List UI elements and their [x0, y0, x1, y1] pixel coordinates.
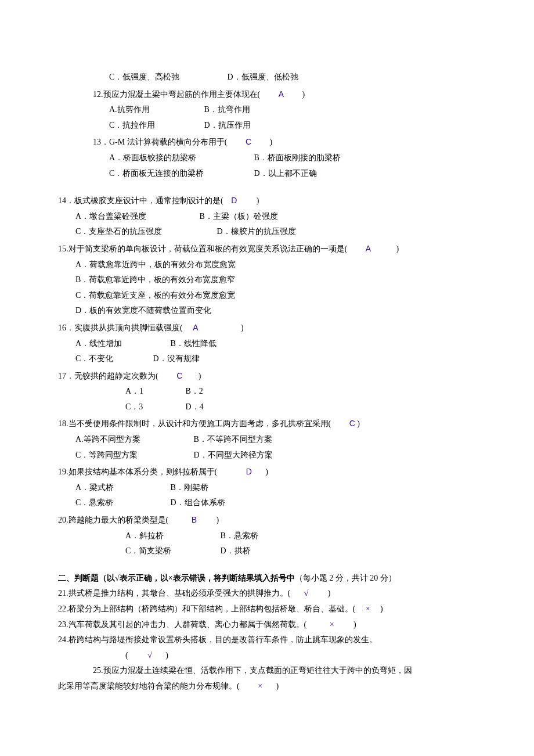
- option-row: A．斜拉桥 B．悬索桥: [58, 528, 476, 544]
- tf-pre: 23.汽车荷载及其引起的冲击力、人群荷载、离心力都属于偶然荷载。(: [58, 620, 306, 629]
- tf-post: ): [328, 589, 331, 597]
- tf-pre: 22.桥梁分为上部结构（桥跨结构）和下部结构，上部结构包括桥墩、桥台、基础。(: [58, 604, 355, 613]
- stem-post: ): [217, 516, 219, 524]
- tf-pre: 21.拱式桥是推力结构，其墩台、基础必须承受强大的拱脚推力。(: [58, 589, 290, 597]
- option-d: D．没有规律: [153, 354, 200, 363]
- option-row: C．低强度、高松弛 D．低强度、低松弛: [58, 70, 476, 85]
- stem-post: ): [396, 244, 399, 253]
- answer: A: [366, 244, 371, 253]
- option-row: C．悬索桥 D．组合体系桥: [58, 495, 476, 511]
- tf-line1: 25.预应力混凝土连续梁在恒、活载作用下，支点截面的正弯矩往往大于跨中的负弯矩，…: [58, 663, 476, 679]
- option-c: C．荷载愈靠近支座，板的有效分布宽度愈宽: [58, 288, 476, 304]
- option-d: D．4: [186, 402, 204, 411]
- section-2-heading: 二、判断题（以√表示正确，以×表示错误，将判断结果填入括号中（每小题 2 分，共…: [58, 571, 476, 586]
- question-stem: 16．实腹拱从拱顶向拱脚恒载强度( A ): [58, 320, 476, 336]
- stem-pre: 13．G-M 法计算荷载的横向分布用于(: [93, 138, 227, 146]
- option-row: A.等跨不同型方案 B．不等跨不同型方案: [58, 432, 476, 448]
- option-d: D．不同型大跨径方案: [194, 451, 273, 459]
- question-16: 16．实腹拱从拱顶向拱脚恒载强度( A ) A．线性增加 B．线性降低 C．不变…: [58, 320, 476, 367]
- stem-pre: 14．板式橡胶支座设计中，通常控制设计的是(: [58, 196, 223, 205]
- option-a: A．荷载愈靠近跨中，板的有效分布宽度愈宽: [58, 257, 476, 273]
- option-b: B．悬索桥: [221, 531, 258, 540]
- option-b: B．线性降低: [171, 339, 217, 348]
- option-c: C．不变化: [75, 351, 151, 367]
- option-row: C．抗拉作用 D．抗压作用: [58, 118, 476, 134]
- question-stem: 15.对于简支梁桥的单向板设计，荷载位置和板的有效宽度关系说法正确的一项是( A…: [58, 241, 476, 257]
- option-b: B．桥面板刚接的肋梁桥: [254, 153, 341, 162]
- answer: A: [279, 89, 284, 99]
- answer: C: [246, 137, 251, 146]
- stem-post: ): [357, 419, 360, 428]
- tf-post: ): [380, 604, 383, 613]
- option-d: D．低强度、低松弛: [228, 73, 298, 81]
- answer: √: [304, 589, 309, 597]
- tf-line2: 此采用等高度梁能较好地符合梁的能力分布规律。( × ): [58, 679, 476, 694]
- question-stem: 17．无铰拱的超静定次数为( C ): [58, 368, 476, 384]
- tf-23: 23.汽车荷载及其引起的冲击力、人群荷载、离心力都属于偶然荷载。( × ): [58, 617, 476, 633]
- answer: ×: [366, 604, 370, 613]
- paren-post: ): [165, 651, 168, 660]
- option-row: A．线性增加 B．线性降低: [58, 336, 476, 352]
- option-c: C．简支梁桥: [125, 543, 218, 559]
- tf-25: 25.预应力混凝土连续梁在恒、活载作用下，支点截面的正弯矩往往大于跨中的负弯矩，…: [58, 663, 476, 694]
- question-stem: 19.如果按结构基本体系分类，则斜拉桥属于( D ): [58, 464, 476, 480]
- question-11-options: C．低强度、高松弛 D．低强度、低松弛: [58, 70, 476, 85]
- question-stem: 13．G-M 法计算荷载的横向分布用于( C ): [58, 134, 476, 150]
- option-b: B．主梁（板）砼强度: [200, 212, 278, 221]
- section-title-bold: 二、判断题（以√表示正确，以×表示错误，将判断结果填入括号中: [58, 574, 295, 582]
- tf-21: 21.拱式桥是推力结构，其墩台、基础必须承受强大的拱脚推力。( √ ): [58, 586, 476, 602]
- option-a: A.等跨不同型方案: [75, 432, 192, 448]
- question-stem: 18.当不受使用条件限制时，从设计和方便施工两方面考虑，多孔拱桥宜采用( C ): [58, 416, 476, 432]
- option-a: A．斜拉桥: [125, 528, 218, 544]
- stem-pre: 17．无铰拱的超静定次数为(: [58, 372, 158, 380]
- option-row: A．1 B．2: [58, 384, 476, 399]
- stem-post: ): [265, 467, 268, 476]
- option-c: C．支座垫石的抗压强度: [75, 224, 215, 240]
- option-a: A．梁式桥: [75, 480, 168, 496]
- option-row: C．不变化 D．没有规律: [58, 351, 476, 367]
- option-d: D．橡胶片的抗压强度: [217, 227, 296, 236]
- option-d: D．板的有效宽度不随荷载位置而变化: [58, 303, 476, 319]
- option-b: B．荷载愈靠近跨中，板的有效分布宽度愈窄: [58, 272, 476, 288]
- stem-post: ): [199, 372, 201, 380]
- line2-post: ): [276, 682, 279, 690]
- answer: C: [176, 371, 182, 380]
- option-b: B．2: [186, 387, 203, 395]
- option-row: C．等跨同型方案 D．不同型大跨径方案: [58, 448, 476, 463]
- stem-post: ): [302, 90, 305, 99]
- option-d: D．以上都不正确: [254, 169, 317, 178]
- stem-pre: 20.跨越能力最大的桥梁类型是(: [58, 516, 168, 524]
- tf-post: ): [353, 620, 356, 629]
- tf-24: 24.桥跨结构与路堤衔接处常设置桥头搭板，目的是改善行车条件，防止跳车现象的发生…: [58, 632, 476, 663]
- question-19: 19.如果按结构基本体系分类，则斜拉桥属于( D ) A．梁式桥 B．刚架桥 C…: [58, 464, 476, 511]
- question-14: 14．板式橡胶支座设计中，通常控制设计的是( D ) A．墩台盖梁砼强度 B．主…: [58, 193, 476, 240]
- stem-post: ): [270, 138, 273, 146]
- option-a: A.抗剪作用: [109, 102, 202, 118]
- option-row: A．墩台盖梁砼强度 B．主梁（板）砼强度: [58, 209, 476, 225]
- option-row: C．简支梁桥 D．拱桥: [58, 543, 476, 559]
- option-a: A．墩台盖梁砼强度: [75, 209, 197, 225]
- answer: ×: [258, 682, 262, 690]
- paren-pre: (: [125, 651, 128, 660]
- option-b: B．刚架桥: [171, 483, 208, 492]
- question-stem: 12.预应力混凝土梁中弯起筋的作用主要体现在( A ): [58, 87, 476, 103]
- answer: B: [192, 515, 197, 524]
- option-row: A．梁式桥 B．刚架桥: [58, 480, 476, 496]
- answer: ×: [330, 620, 334, 629]
- answer: √: [147, 651, 152, 660]
- option-a: A．1: [125, 384, 183, 399]
- stem-pre: 15.对于简支梁桥的单向板设计，荷载位置和板的有效宽度关系说法正确的一项是(: [58, 244, 347, 253]
- option-d: D．拱桥: [221, 546, 251, 555]
- question-13: 13．G-M 法计算荷载的横向分布用于( C ) A．桥面板铰接的肋梁桥 B．桥…: [58, 134, 476, 181]
- option-c: C．等跨同型方案: [75, 448, 192, 463]
- question-20: 20.跨越能力最大的桥梁类型是( B ) A．斜拉桥 B．悬索桥 C．简支梁桥 …: [58, 512, 476, 559]
- tf-line1: 24.桥跨结构与路堤衔接处常设置桥头搭板，目的是改善行车条件，防止跳车现象的发生…: [58, 632, 476, 648]
- option-b: B．不等跨不同型方案: [194, 435, 272, 444]
- option-a: A．线性增加: [75, 336, 168, 352]
- question-stem: 14．板式橡胶支座设计中，通常控制设计的是( D ): [58, 193, 476, 209]
- option-c: C．桥面板无连接的肋梁桥: [109, 166, 252, 182]
- answer: A: [193, 323, 198, 332]
- option-a: A．桥面板铰接的肋梁桥: [109, 150, 252, 166]
- stem-post: ): [257, 196, 259, 205]
- option-row: A．桥面板铰接的肋梁桥 B．桥面板刚接的肋梁桥: [58, 150, 476, 166]
